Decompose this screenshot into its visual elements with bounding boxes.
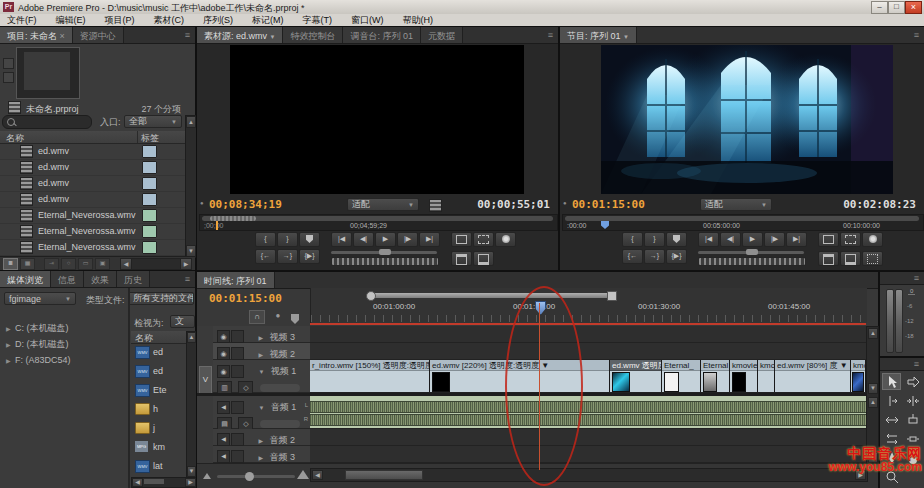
menu-help[interactable]: 帮助(H) xyxy=(403,14,434,27)
menu-title[interactable]: 字幕(T) xyxy=(303,14,333,27)
hscroll-right-icon[interactable]: ▶ xyxy=(185,478,196,487)
clip-name[interactable]: Eternal_Neverossa.wmv xyxy=(38,242,136,252)
timeline-clip[interactable]: Eternal xyxy=(701,360,730,392)
scroll-down-icon[interactable]: ▼ xyxy=(868,383,878,394)
source-time-ruler[interactable]: ;00;00 00;04;59;29 xyxy=(199,214,558,231)
track-header-video1[interactable]: ◉ ▼ 视频 1 ▥ ◇ xyxy=(213,360,310,393)
play-in-out-button[interactable]: {▶} xyxy=(666,249,687,264)
clip-name[interactable]: Eternal_Neverossa.wmv xyxy=(38,226,136,236)
safe-margins-button[interactable] xyxy=(473,232,494,247)
track-name[interactable]: 音频 3 xyxy=(270,452,296,462)
scroll-down-icon[interactable]: ▼ xyxy=(187,466,196,477)
preview-play-button[interactable] xyxy=(3,72,14,83)
tab-info[interactable]: 信息 xyxy=(51,271,84,287)
directory-dropdown[interactable]: fgimage▼ xyxy=(4,292,76,305)
selection-tool[interactable] xyxy=(882,373,901,390)
list-item[interactable]: ed.wmv xyxy=(0,191,185,208)
timeline-clip[interactable]: Eternal_ xyxy=(662,360,701,392)
tab-source[interactable]: 素材源: ed.wmv ▼ xyxy=(197,27,283,43)
snap-button[interactable]: ∩ xyxy=(249,310,265,324)
clip-name[interactable]: ed.wmv xyxy=(38,162,69,172)
tab-resource-center[interactable]: 资源中心 xyxy=(73,27,124,43)
entry-dropdown[interactable]: 全部▼ xyxy=(124,115,182,128)
zoom-slider-thumb[interactable] xyxy=(245,472,254,481)
lock-icon[interactable] xyxy=(231,401,244,414)
goto-out-button[interactable]: ▶| xyxy=(419,232,440,247)
tree-item-drive-f[interactable]: ▶ F: (A83DC54) xyxy=(0,349,71,367)
safe-margins-button[interactable] xyxy=(840,232,861,247)
lane-audio1[interactable] xyxy=(310,396,866,429)
eye-icon[interactable]: ◉ xyxy=(217,365,230,378)
tab-metadata[interactable]: 元数据 xyxy=(421,27,463,43)
drive-label[interactable]: D: (本机磁盘) xyxy=(15,339,69,349)
track-name[interactable]: 视频 3 xyxy=(270,332,296,342)
panel-menu-icon[interactable]: ≡ xyxy=(543,27,558,43)
automate-button[interactable]: ⇥ xyxy=(44,258,59,270)
minimize-button[interactable]: – xyxy=(871,1,888,14)
menu-edit[interactable]: 编辑(E) xyxy=(56,14,86,27)
speaker-icon[interactable]: ◀ xyxy=(217,401,230,414)
insert-button[interactable] xyxy=(451,251,472,266)
hscroll-left-icon[interactable]: ◀ xyxy=(132,478,143,487)
eye-icon[interactable]: ◉ xyxy=(217,330,230,343)
col-divider[interactable] xyxy=(137,131,138,143)
file-name[interactable]: ed xyxy=(153,347,163,357)
output-button[interactable] xyxy=(862,232,883,247)
program-time-ruler[interactable]: :00:00 00:05:00:00 00:10:00:00 xyxy=(562,214,924,231)
new-bin-button[interactable]: ▭ xyxy=(78,258,93,270)
extract-button[interactable] xyxy=(840,251,861,266)
shuttle-slider[interactable] xyxy=(331,251,437,254)
menu-project[interactable]: 项目(P) xyxy=(105,14,135,27)
track-name[interactable]: 视频 2 xyxy=(270,349,296,359)
timeline-clip[interactable]: kmovie.. xyxy=(730,360,758,392)
close-button[interactable]: × xyxy=(905,1,922,14)
overwrite-button[interactable] xyxy=(473,251,494,266)
tab-media-browser[interactable]: 媒体浏览 xyxy=(0,271,51,287)
lane-video2[interactable] xyxy=(310,343,866,360)
work-area-start-handle[interactable] xyxy=(366,291,376,301)
hscroll-right-icon[interactable]: ▶ xyxy=(180,258,192,270)
menu-clip[interactable]: 素材(C) xyxy=(154,14,185,27)
file-name[interactable]: ed xyxy=(153,366,163,376)
label-chip[interactable] xyxy=(142,145,157,158)
hscroll-thumb[interactable] xyxy=(345,470,423,480)
track-collapse-icon[interactable]: ▶ xyxy=(258,352,263,358)
list-item[interactable]: ed.wmv xyxy=(0,159,185,176)
panel-menu-icon[interactable]: ≡ xyxy=(909,27,924,43)
hscroll-thumb[interactable] xyxy=(144,479,164,484)
goto-in-button[interactable]: |◀ xyxy=(331,232,352,247)
play-button[interactable]: ▶ xyxy=(742,232,763,247)
track-header-video2[interactable]: ◉ ▶ 视频 2 xyxy=(213,343,310,360)
step-forward-button[interactable]: |▶ xyxy=(397,232,418,247)
lane-video1[interactable]: r_intro.wmv [150%] 透明度:透明度 ▼ ed.wmv [220… xyxy=(310,360,866,393)
shuttle-handle[interactable] xyxy=(746,249,758,255)
new-item-button[interactable]: ▣ xyxy=(95,258,110,270)
track-collapse-icon[interactable]: ▶ xyxy=(258,455,263,461)
track-name[interactable]: 音频 1 xyxy=(271,402,297,412)
timeline-ruler[interactable]: 00:01:00:00 00:01:15:00 00:01:30:00 00:0… xyxy=(310,288,867,323)
list-item[interactable]: ed.wmv xyxy=(0,175,185,192)
marker-button[interactable] xyxy=(666,232,687,247)
goto-prev-edit-button[interactable]: {← xyxy=(622,249,643,264)
maximize-button[interactable]: □ xyxy=(888,1,905,14)
program-current-timecode[interactable]: 00:01:15:00 xyxy=(572,198,645,211)
source-video-display[interactable] xyxy=(230,45,524,194)
clip-name[interactable]: ed.wmv xyxy=(38,146,69,156)
scroll-up-icon[interactable]: ▲ xyxy=(868,328,878,339)
work-area-end-handle[interactable] xyxy=(607,291,617,301)
ripple-edit-tool[interactable] xyxy=(882,392,901,409)
panel-menu-icon[interactable]: ≡ xyxy=(909,272,924,284)
tab-close-icon[interactable]: × xyxy=(60,31,65,41)
tree-expand-icon[interactable]: ▶ xyxy=(6,358,11,364)
track-name[interactable]: 音频 2 xyxy=(270,435,296,445)
find-button[interactable]: ○ xyxy=(61,258,76,270)
track-collapse-icon[interactable]: ▶ xyxy=(258,335,263,341)
track-header-audio1[interactable]: ◀ ▼ 音频 1 L R ▤ ◇ xyxy=(213,396,310,429)
scroll-up-icon[interactable]: ▲ xyxy=(187,332,196,343)
label-chip[interactable] xyxy=(142,177,157,190)
razor-tool[interactable] xyxy=(903,411,922,428)
goto-in-button[interactable]: |◀ xyxy=(698,232,719,247)
keyframe-nav-slider[interactable] xyxy=(260,420,300,428)
keyframe-nav-slider[interactable] xyxy=(260,384,300,392)
lock-icon[interactable] xyxy=(231,450,244,463)
